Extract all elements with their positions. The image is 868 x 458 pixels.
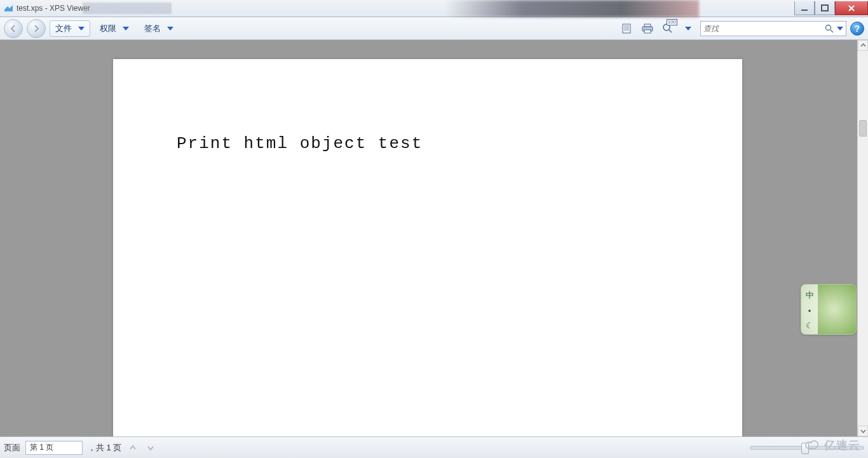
ime-dot-icon: • [808, 306, 811, 316]
maximize-button[interactable] [815, 1, 835, 15]
search-box[interactable] [700, 21, 846, 36]
menu-file[interactable]: 文件 [50, 20, 90, 37]
menu-sign[interactable]: 签名 [139, 20, 179, 37]
chevron-down-icon [685, 27, 691, 30]
chevron-down-icon [123, 27, 129, 30]
scroll-thumb[interactable] [859, 120, 867, 137]
prev-page-button[interactable] [126, 441, 139, 454]
document-body-text: Print html object test [177, 134, 679, 153]
menu-sign-label: 签名 [144, 23, 161, 34]
search-input[interactable] [703, 24, 824, 33]
chevron-down-icon [78, 27, 85, 30]
nav-back-button[interactable] [4, 19, 23, 38]
nav-forward-button[interactable] [27, 19, 46, 38]
zoom-value-badge: 100 [667, 19, 677, 25]
document-page: Print html object test [113, 59, 742, 436]
outline-icon[interactable] [619, 20, 635, 37]
background-window-tab [83, 3, 172, 14]
svg-rect-5 [644, 30, 651, 33]
page-label: 页面 [4, 442, 20, 454]
window-title: test.xps - XPS Viewer [17, 4, 90, 13]
ime-floating-panel[interactable]: 中 • ☾ [801, 284, 857, 335]
total-pages-label: ，共 1 页 [88, 442, 121, 454]
status-bar: 页面 ，共 1 页 亿速云 [0, 436, 868, 458]
window-titlebar: test.xps - XPS Viewer [0, 0, 868, 17]
svg-rect-0 [801, 10, 808, 11]
help-icon[interactable]: ? [850, 22, 864, 36]
chevron-down-icon[interactable] [837, 27, 843, 30]
watermark: 亿速云 [805, 438, 860, 453]
svg-rect-2 [623, 24, 630, 33]
vertical-scrollbar[interactable] [857, 40, 868, 436]
ime-tab[interactable]: 中 • ☾ [801, 285, 818, 334]
svg-rect-3 [644, 24, 651, 27]
print-icon[interactable] [639, 20, 656, 37]
chevron-down-icon [167, 27, 173, 30]
search-icon[interactable] [824, 24, 834, 34]
background-blur [445, 0, 699, 17]
toolbar: 文件 权限 签名 100 ? [0, 17, 868, 40]
menu-permission[interactable]: 权限 [94, 20, 135, 37]
svg-point-7 [826, 25, 831, 30]
page-number-input[interactable] [25, 441, 83, 455]
zoom-icon[interactable]: 100 [660, 20, 676, 37]
ime-mode-char: 中 [806, 290, 814, 301]
menu-file-label: 文件 [55, 23, 72, 34]
zoom-dropdown[interactable] [680, 20, 696, 37]
document-viewport: Print html object test 中 • ☾ [0, 40, 868, 436]
close-button[interactable] [835, 1, 868, 15]
minimize-button[interactable] [794, 1, 815, 15]
svg-rect-1 [822, 5, 828, 11]
scroll-up-button[interactable] [858, 40, 868, 51]
window-controls [794, 1, 868, 15]
scroll-down-button[interactable] [858, 426, 868, 436]
app-icon [4, 4, 14, 13]
ime-moon-icon: ☾ [806, 321, 813, 330]
watermark-text: 亿速云 [824, 438, 860, 453]
next-page-button[interactable] [144, 441, 157, 454]
menu-permission-label: 权限 [100, 23, 116, 34]
